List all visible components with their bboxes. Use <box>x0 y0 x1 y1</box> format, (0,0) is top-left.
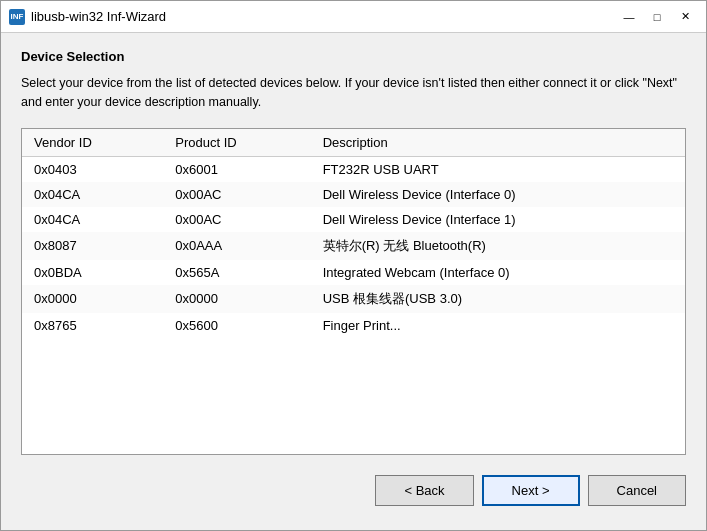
back-button[interactable]: < Back <box>375 475 473 506</box>
cell-product-id: 0x0000 <box>163 285 310 313</box>
cell-description: Finger Print... <box>311 313 685 338</box>
title-bar: INF libusb-win32 Inf-Wizard — □ ✕ <box>1 1 706 33</box>
cell-vendor-id: 0x8087 <box>22 232 163 260</box>
header-product-id: Product ID <box>163 129 310 157</box>
cell-product-id: 0x00AC <box>163 182 310 207</box>
cell-description: Dell Wireless Device (Interface 1) <box>311 207 685 232</box>
cell-vendor-id: 0x0BDA <box>22 260 163 285</box>
header-description: Description <box>311 129 685 157</box>
window-title: libusb-win32 Inf-Wizard <box>31 9 616 24</box>
table-row[interactable]: 0x04CA0x00ACDell Wireless Device (Interf… <box>22 182 685 207</box>
cancel-button[interactable]: Cancel <box>588 475 686 506</box>
app-icon: INF <box>9 9 25 25</box>
cell-vendor-id: 0x0403 <box>22 156 163 182</box>
cell-description: Integrated Webcam (Interface 0) <box>311 260 685 285</box>
close-button[interactable]: ✕ <box>672 6 698 28</box>
cell-vendor-id: 0x8765 <box>22 313 163 338</box>
content-area: Device Selection Select your device from… <box>1 33 706 530</box>
next-button[interactable]: Next > <box>482 475 580 506</box>
maximize-button[interactable]: □ <box>644 6 670 28</box>
main-window: INF libusb-win32 Inf-Wizard — □ ✕ Device… <box>0 0 707 531</box>
table-row[interactable]: 0x04CA0x00ACDell Wireless Device (Interf… <box>22 207 685 232</box>
table-header-row: Vendor ID Product ID Description <box>22 129 685 157</box>
cell-product-id: 0x565A <box>163 260 310 285</box>
minimize-button[interactable]: — <box>616 6 642 28</box>
window-controls: — □ ✕ <box>616 6 698 28</box>
description-text: Select your device from the list of dete… <box>21 74 686 112</box>
table-row[interactable]: 0x0BDA0x565AIntegrated Webcam (Interface… <box>22 260 685 285</box>
table-wrapper[interactable]: Vendor ID Product ID Description 0x04030… <box>22 129 685 455</box>
cell-product-id: 0x6001 <box>163 156 310 182</box>
cell-description: Dell Wireless Device (Interface 0) <box>311 182 685 207</box>
cell-vendor-id: 0x04CA <box>22 207 163 232</box>
cell-vendor-id: 0x0000 <box>22 285 163 313</box>
cell-description: FT232R USB UART <box>311 156 685 182</box>
section-title: Device Selection <box>21 49 686 64</box>
device-table: Vendor ID Product ID Description 0x04030… <box>22 129 685 338</box>
cell-description: USB 根集线器(USB 3.0) <box>311 285 685 313</box>
header-vendor-id: Vendor ID <box>22 129 163 157</box>
table-row[interactable]: 0x00000x0000USB 根集线器(USB 3.0) <box>22 285 685 313</box>
table-row[interactable]: 0x87650x5600Finger Print... <box>22 313 685 338</box>
table-row[interactable]: 0x04030x6001FT232R USB UART <box>22 156 685 182</box>
cell-product-id: 0x0AAA <box>163 232 310 260</box>
cell-vendor-id: 0x04CA <box>22 182 163 207</box>
device-list-container[interactable]: Vendor ID Product ID Description 0x04030… <box>21 128 686 456</box>
cell-product-id: 0x00AC <box>163 207 310 232</box>
table-row[interactable]: 0x80870x0AAA英特尔(R) 无线 Bluetooth(R) <box>22 232 685 260</box>
cell-product-id: 0x5600 <box>163 313 310 338</box>
cell-description: 英特尔(R) 无线 Bluetooth(R) <box>311 232 685 260</box>
button-row: < Back Next > Cancel <box>21 471 686 514</box>
